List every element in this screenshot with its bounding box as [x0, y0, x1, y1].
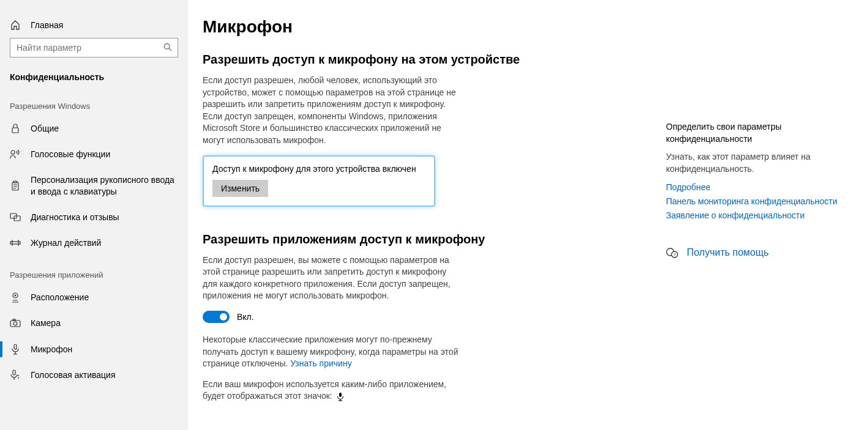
privacy-dashboard-link[interactable]: Панель мониторинга конфиденциальности: [666, 195, 844, 208]
app-access-toggle-row: Вкл.: [203, 311, 582, 323]
clipboard-icon: [10, 180, 21, 191]
desktop-apps-note: Некоторые классические приложения могут …: [203, 334, 460, 370]
home-nav[interactable]: Главная: [0, 12, 188, 38]
lock-icon: [10, 123, 21, 134]
content-column: Микрофон Разрешить доступ к микрофону на…: [203, 17, 582, 413]
feedback-icon: [10, 212, 21, 223]
nav-inking[interactable]: Персонализация рукописного ввода и ввода…: [0, 167, 188, 204]
nav-general[interactable]: Общие: [0, 116, 188, 141]
camera-icon: [10, 317, 21, 328]
svg-text:?: ?: [673, 253, 676, 257]
svg-point-24: [18, 377, 19, 379]
page-title: Микрофон: [203, 17, 582, 37]
svg-rect-18: [13, 319, 15, 321]
microphone-icon: [10, 344, 21, 355]
svg-rect-19: [14, 344, 17, 349]
nav-voice-activation[interactable]: Голосовая активация: [0, 362, 188, 388]
right-links: Подробнее Панель мониторинга конфиденциа…: [666, 181, 844, 222]
device-access-status: Доступ к микрофону для этого устройства …: [212, 164, 425, 174]
svg-rect-11: [10, 242, 20, 244]
nav-camera[interactable]: Камера: [0, 310, 188, 336]
svg-point-15: [15, 295, 17, 297]
nav-label: Голосовые функции: [31, 149, 110, 160]
search-icon: [163, 43, 172, 51]
get-help-link[interactable]: Получить помощь: [687, 247, 769, 258]
nav-label: Диагностика и отзывы: [31, 212, 119, 223]
mic-in-use-text: Если ваш микрофон используется каким-либ…: [203, 379, 446, 401]
svg-point-25: [18, 375, 19, 376]
change-button[interactable]: Изменить: [212, 180, 268, 197]
svg-point-3: [11, 150, 15, 154]
search-wrap: [0, 38, 188, 65]
speech-icon: [10, 149, 21, 160]
privacy-statement-link[interactable]: Заявление о конфиденциальности: [666, 209, 844, 222]
right-title: Определить свои параметры конфиденциальн…: [666, 121, 844, 145]
nav-diagnostics[interactable]: Диагностика и отзывы: [0, 204, 188, 230]
category-title: Конфиденциальность: [0, 65, 188, 87]
toggle-state-label: Вкл.: [237, 312, 254, 322]
main-pane: Микрофон Разрешить доступ к микрофону на…: [188, 0, 868, 430]
svg-rect-22: [13, 370, 15, 375]
device-access-description: Если доступ разрешен, любой человек, исп…: [203, 75, 460, 147]
mic-indicator-icon: [337, 393, 343, 401]
section-windows-perms: Разрешения Windows: [0, 87, 188, 116]
timeline-icon: [10, 237, 21, 248]
get-help-row[interactable]: ? Получить помощь: [666, 247, 844, 259]
learn-more-link[interactable]: Подробнее: [666, 181, 844, 194]
section-app-perms: Разрешения приложений: [0, 256, 188, 284]
app-access-description: Если доступ разрешен, вы можете с помощь…: [203, 254, 460, 302]
home-label: Главная: [31, 20, 63, 30]
nav-label: Голосовая активация: [31, 369, 116, 380]
nav-location[interactable]: Расположение: [0, 284, 188, 310]
nav-label: Микрофон: [31, 344, 72, 355]
app-access-toggle[interactable]: [203, 311, 230, 323]
nav-label: Камера: [31, 317, 61, 328]
help-icon: ?: [666, 247, 678, 259]
svg-rect-26: [339, 393, 342, 397]
svg-rect-2: [12, 128, 18, 133]
learn-why-link[interactable]: Узнать причину: [290, 358, 351, 368]
mic-in-use-note: Если ваш микрофон используется каким-либ…: [203, 379, 460, 402]
device-access-callout: Доступ к микрофону для этого устройства …: [203, 155, 435, 207]
svg-line-1: [169, 48, 171, 51]
home-icon: [10, 20, 21, 31]
nav-label: Персонализация рукописного ввода и ввода…: [31, 174, 178, 196]
svg-point-0: [164, 43, 170, 49]
nav-label: Расположение: [31, 292, 89, 303]
svg-point-17: [13, 322, 17, 325]
section-app-access-title: Разрешить приложениям доступ к микрофону: [203, 231, 582, 247]
nav-speech[interactable]: Голосовые функции: [0, 141, 188, 167]
search-input[interactable]: [10, 38, 178, 57]
sidebar: Главная Конфиденциальность Разрешения Wi…: [0, 0, 188, 430]
nav-label: Журнал действий: [31, 237, 101, 248]
right-column: Определить свои параметры конфиденциальн…: [666, 17, 844, 413]
nav-microphone[interactable]: Микрофон: [0, 336, 188, 362]
location-icon: [10, 292, 21, 303]
section-device-access-title: Разрешить доступ к микрофону на этом уст…: [203, 51, 582, 67]
right-subtitle: Узнать, как этот параметр влияет на конф…: [666, 151, 844, 175]
voice-activation-icon: [10, 369, 21, 380]
nav-label: Общие: [31, 123, 59, 134]
nav-activity[interactable]: Журнал действий: [0, 230, 188, 256]
